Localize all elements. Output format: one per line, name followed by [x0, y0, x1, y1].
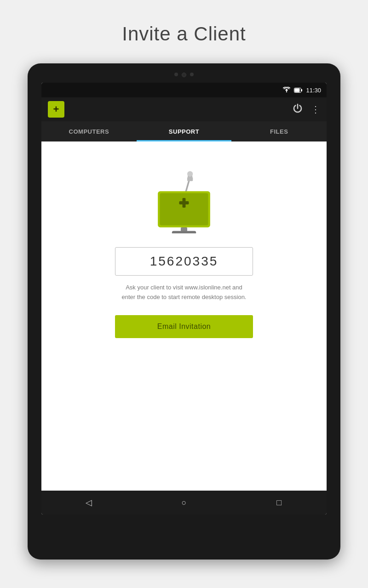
svg-point-7 — [187, 171, 193, 176]
bottom-nav-bar: ◁ ○ □ — [41, 491, 327, 514]
tab-computers[interactable]: COMPUTERS — [41, 121, 137, 141]
svg-rect-13 — [181, 227, 187, 232]
menu-icon[interactable]: ⋮ — [311, 104, 320, 115]
app-logo-plus-icon: + — [53, 104, 59, 114]
tab-support[interactable]: SUPPORT — [137, 121, 232, 141]
svg-marker-0 — [285, 89, 288, 91]
wifi-icon — [283, 86, 290, 94]
page-title: Invite a Client — [122, 23, 246, 45]
app-illustration — [147, 160, 221, 233]
svg-rect-8 — [187, 177, 193, 181]
tablet-shell: 11:30 + ⋮ COMPUTERS SUPPORT — [28, 63, 340, 560]
app-logo: + — [48, 101, 64, 118]
tablet-camera — [174, 73, 194, 77]
tabs-bar: COMPUTERS SUPPORT FILES — [41, 121, 327, 141]
power-icon[interactable] — [293, 103, 303, 116]
svg-rect-12 — [183, 198, 186, 208]
battery-icon — [294, 88, 302, 93]
status-time: 11:30 — [306, 87, 321, 94]
svg-rect-4 — [295, 88, 300, 92]
email-invitation-button[interactable]: Email Invitation — [115, 315, 253, 338]
camera-dot-right — [190, 73, 194, 76]
svg-rect-3 — [301, 89, 302, 91]
home-button[interactable]: ○ — [172, 491, 196, 514]
main-content: 15620335 Ask your client to visit www.is… — [41, 141, 327, 491]
camera-dot-main — [182, 73, 186, 77]
recent-apps-button[interactable]: □ — [268, 491, 291, 514]
tablet-screen: 11:30 + ⋮ COMPUTERS SUPPORT — [41, 83, 327, 514]
svg-rect-14 — [172, 231, 196, 233]
svg-point-1 — [286, 91, 287, 92]
camera-dot-left — [174, 73, 178, 76]
app-bar: + ⋮ — [41, 97, 327, 121]
status-bar: 11:30 — [41, 83, 327, 97]
back-button[interactable]: ◁ — [77, 491, 100, 514]
description-text: Ask your client to visit www.islonline.n… — [120, 283, 248, 302]
tab-files[interactable]: FILES — [231, 121, 327, 141]
session-code-display: 15620335 — [115, 247, 253, 276]
